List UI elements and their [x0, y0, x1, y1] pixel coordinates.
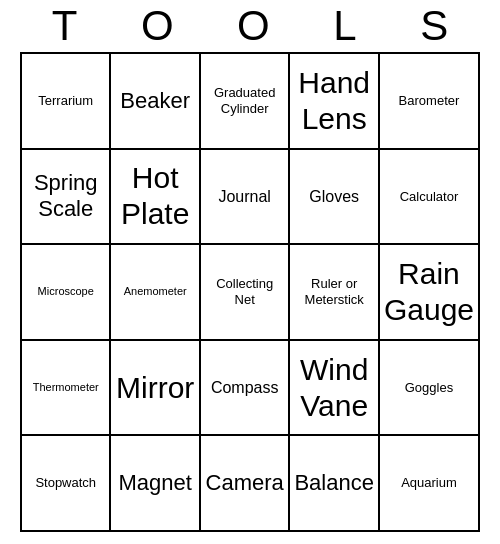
grid-cell[interactable]: Gloves	[290, 150, 380, 246]
grid-cell[interactable]: Graduated Cylinder	[201, 54, 290, 150]
title-letter: T	[52, 2, 78, 50]
cell-label: Hand Lens	[294, 65, 374, 137]
grid-cell[interactable]: Rain Gauge	[380, 245, 480, 341]
grid-cell[interactable]: Wind Vane	[290, 341, 380, 437]
grid-cell[interactable]: Thermometer	[22, 341, 111, 437]
bingo-grid: TerrariumBeakerGraduated CylinderHand Le…	[20, 52, 480, 532]
grid-cell[interactable]: Camera	[201, 436, 290, 532]
cell-label: Magnet	[119, 470, 192, 496]
grid-cell[interactable]: Balance	[290, 436, 380, 532]
cell-label: Barometer	[399, 93, 460, 109]
grid-cell[interactable]: Barometer	[380, 54, 480, 150]
cell-label: Terrarium	[38, 93, 93, 109]
cell-label: Aquarium	[401, 475, 457, 491]
title-letter: O	[141, 2, 174, 50]
grid-cell[interactable]: Compass	[201, 341, 290, 437]
title-letter: S	[420, 2, 448, 50]
grid-cell[interactable]: Spring Scale	[22, 150, 111, 246]
cell-label: Journal	[218, 187, 270, 206]
cell-label: Thermometer	[33, 381, 99, 394]
cell-label: Stopwatch	[35, 475, 96, 491]
title-letter: L	[333, 2, 356, 50]
grid-cell[interactable]: Microscope	[22, 245, 111, 341]
grid-cell[interactable]: Goggles	[380, 341, 480, 437]
grid-cell[interactable]: Aquarium	[380, 436, 480, 532]
cell-label: Graduated Cylinder	[205, 85, 284, 116]
cell-label: Rain Gauge	[384, 256, 474, 328]
cell-label: Camera	[206, 470, 284, 496]
cell-label: Microscope	[38, 285, 94, 298]
cell-label: Spring Scale	[26, 170, 105, 223]
cell-label: Goggles	[405, 380, 453, 396]
grid-cell[interactable]: Stopwatch	[22, 436, 111, 532]
cell-label: Balance	[294, 470, 374, 496]
cell-label: Hot Plate	[115, 160, 194, 232]
grid-cell[interactable]: Beaker	[111, 54, 200, 150]
grid-cell[interactable]: Ruler or Meterstick	[290, 245, 380, 341]
grid-cell[interactable]: Magnet	[111, 436, 200, 532]
cell-label: Collecting Net	[205, 276, 284, 307]
cell-label: Compass	[211, 378, 279, 397]
grid-cell[interactable]: Mirror	[111, 341, 200, 437]
cell-label: Ruler or Meterstick	[294, 276, 374, 307]
grid-cell[interactable]: Journal	[201, 150, 290, 246]
grid-cell[interactable]: Terrarium	[22, 54, 111, 150]
title-letter: O	[237, 2, 270, 50]
cell-label: Gloves	[309, 187, 359, 206]
grid-cell[interactable]: Collecting Net	[201, 245, 290, 341]
cell-label: Calculator	[400, 189, 459, 205]
grid-cell[interactable]: Hand Lens	[290, 54, 380, 150]
cell-label: Mirror	[116, 370, 194, 406]
title-row: TOOLS	[20, 0, 480, 52]
cell-label: Beaker	[120, 88, 190, 114]
grid-cell[interactable]: Hot Plate	[111, 150, 200, 246]
cell-label: Anemometer	[124, 285, 187, 298]
cell-label: Wind Vane	[294, 352, 374, 424]
grid-cell[interactable]: Anemometer	[111, 245, 200, 341]
grid-cell[interactable]: Calculator	[380, 150, 480, 246]
